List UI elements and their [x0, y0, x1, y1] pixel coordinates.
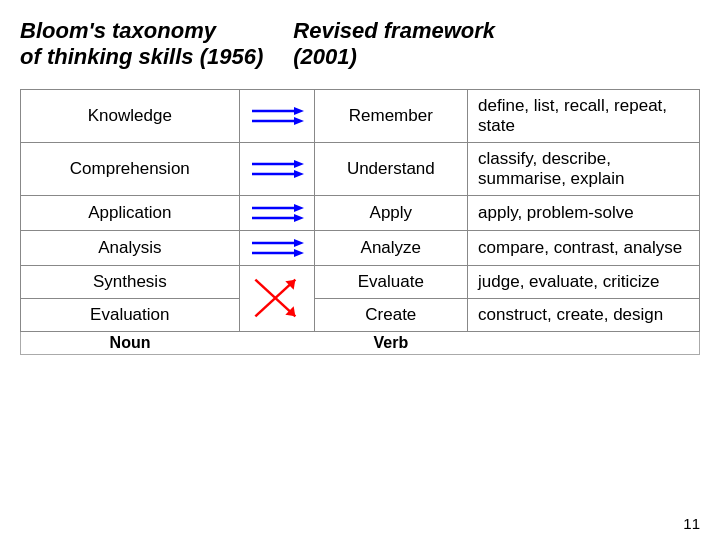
- arrow-icon: [250, 105, 304, 127]
- svg-marker-9: [294, 204, 304, 212]
- original-term: Knowledge: [21, 89, 240, 142]
- description: compare, contrast, analyse: [468, 230, 700, 265]
- title-left: Bloom's taxonomy of thinking skills (195…: [20, 18, 263, 71]
- noun-verb-row: Noun Verb: [21, 331, 700, 354]
- table-row: Knowledge Remember define, l: [21, 89, 700, 142]
- svg-marker-7: [294, 170, 304, 178]
- original-term: Synthesis: [21, 265, 240, 298]
- noun-label: Noun: [21, 331, 240, 354]
- svg-marker-15: [294, 249, 304, 257]
- page: Bloom's taxonomy of thinking skills (195…: [0, 0, 720, 540]
- double-arrow-right: [250, 202, 304, 224]
- description: classify, describe, summarise, explain: [468, 142, 700, 195]
- cross-arrows-icon: [250, 273, 304, 323]
- verb-label: Verb: [314, 331, 467, 354]
- double-arrow-right: [250, 237, 304, 259]
- arrow-cell: [239, 195, 314, 230]
- original-term: Application: [21, 195, 240, 230]
- revised-term: Understand: [314, 142, 467, 195]
- original-term: Analysis: [21, 230, 240, 265]
- arrow-cell: [239, 142, 314, 195]
- description: construct, create, design: [468, 298, 700, 331]
- svg-marker-1: [294, 107, 304, 115]
- table-row: Evaluation Create construct, create, des…: [21, 298, 700, 331]
- header: Bloom's taxonomy of thinking skills (195…: [20, 18, 700, 71]
- arrow-icon: [250, 158, 304, 180]
- svg-marker-3: [294, 117, 304, 125]
- cross-arrow-cell: [239, 265, 314, 331]
- arrow-icon: [250, 237, 304, 259]
- description: define, list, recall, repeat, state: [468, 89, 700, 142]
- svg-marker-13: [294, 239, 304, 247]
- svg-marker-11: [294, 214, 304, 222]
- table-row: Application Apply apply, problem-solve: [21, 195, 700, 230]
- revised-term: Remember: [314, 89, 467, 142]
- arrow-cell: [239, 230, 314, 265]
- svg-marker-5: [294, 160, 304, 168]
- taxonomy-table: Knowledge Remember define, l: [20, 89, 700, 355]
- title-right: Revised framework (2001): [293, 18, 495, 71]
- double-arrow-right: [250, 105, 304, 127]
- page-number: 11: [683, 515, 700, 532]
- revised-term: Apply: [314, 195, 467, 230]
- double-arrow-right: [250, 158, 304, 180]
- table-row: Comprehension Understand classify, descr…: [21, 142, 700, 195]
- revised-term: Evaluate: [314, 265, 467, 298]
- table-row: Analysis Analyze compare, contrast, anal…: [21, 230, 700, 265]
- table-row: Synthesis Evaluate judge, ev: [21, 265, 700, 298]
- arrow-icon: [250, 202, 304, 224]
- original-term: Evaluation: [21, 298, 240, 331]
- cross-icon: [250, 273, 304, 323]
- description: apply, problem-solve: [468, 195, 700, 230]
- description: judge, evaluate, criticize: [468, 265, 700, 298]
- arrow-cell: [239, 89, 314, 142]
- original-term: Comprehension: [21, 142, 240, 195]
- revised-term: Analyze: [314, 230, 467, 265]
- revised-term: Create: [314, 298, 467, 331]
